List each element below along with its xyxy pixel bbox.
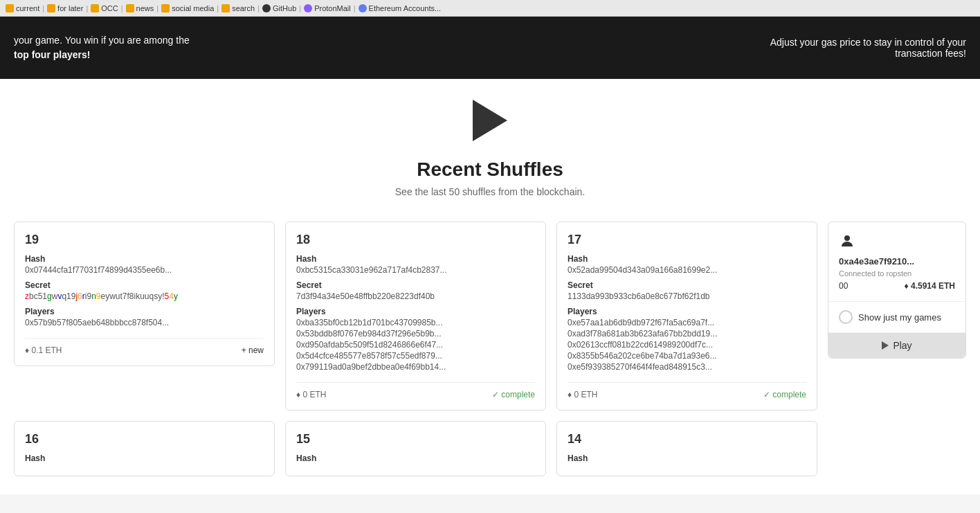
folder-icon (47, 4, 55, 12)
card-number: 18 (296, 233, 535, 247)
secret-value: 7d3f94a34e50e48ffbb220e8223df40b (296, 291, 535, 301)
players-label: Players (568, 307, 806, 316)
sidebar-spacer (828, 421, 966, 476)
status-badge: + new (242, 345, 264, 355)
hash-label: Hash (296, 453, 535, 463)
tab-protonmail[interactable]: ProtonMail (304, 4, 351, 12)
player-address: 0x5d4cfce485577e8578f57c55edf879... (296, 351, 535, 361)
sidebar-user-card: 0xa4e3ae7f9210... Connected to ropsten 0… (828, 222, 966, 359)
player-address: 0xe57aa1ab6db9db972f67fa5ac69a7f... (568, 318, 806, 327)
play-icon-large (473, 100, 507, 141)
card-number: 14 (568, 432, 806, 447)
folder-icon (126, 4, 134, 12)
toggle-label: Show just my games (858, 312, 941, 323)
tab-search[interactable]: search (221, 4, 255, 12)
page-title: Recent Shuffles (14, 159, 966, 181)
player-address: 0xe5f939385270f464f4fead848915c3... (568, 362, 806, 372)
eth-amount: ♦ 0.1 ETH (25, 345, 62, 355)
hash-value: 0x07444cfa1f77031f74899d4355ee6b... (25, 265, 264, 275)
player-address: 0xd950afdab5c509f51d8246866e6f47... (296, 340, 535, 350)
balance-row: 00 ♦ 4.5914 ETH (839, 281, 955, 291)
player-address: 0x57b9b57f805aeb648bbbcc878f504... (25, 318, 264, 327)
main-content: Recent Shuffles See the last 50 shuffles… (0, 79, 980, 494)
player-address: 0x02613ccff081b22cd614989200df7c... (568, 340, 806, 350)
hash-label: Hash (568, 453, 806, 463)
page-subtitle: See the last 50 shuffles from the blockc… (14, 186, 966, 197)
network-label: Connected to ropsten (839, 269, 955, 278)
status-badge: ✓ complete (492, 390, 535, 399)
players-list: 0xe57aa1ab6db9db972f67fa5ac69a7f... 0xad… (568, 318, 806, 372)
game-card-15: 15 Hash (285, 421, 546, 476)
hash-label: Hash (568, 254, 806, 264)
hash-label: Hash (25, 453, 264, 463)
banner-left: your game. You win if you are among the … (14, 33, 190, 62)
folder-icon (91, 4, 99, 12)
tab-github[interactable]: GitHub (262, 4, 296, 12)
secret-label: Secret (568, 280, 806, 290)
wallet-address: 0xa4e3ae7f9210... (839, 256, 955, 267)
tab-news[interactable]: news (126, 4, 154, 12)
folder-icon (221, 4, 230, 12)
game-card-17: 17 Hash 0x52ada99504d343a09a166a81699e2.… (556, 222, 817, 411)
tab-occ[interactable]: OCC (91, 4, 118, 12)
toggle-radio[interactable] (839, 310, 853, 324)
game-card-18: 18 Hash 0xbc5315ca33031e962a717af4cb2837… (285, 222, 546, 411)
cards-row-1: 19 Hash 0x07444cfa1f77031f74899d4355ee6b… (0, 211, 980, 421)
svg-point-0 (844, 235, 850, 241)
github-icon (262, 4, 271, 12)
folder-icon (6, 4, 14, 12)
players-list: 0x57b9b57f805aeb648bbbcc878f504... (25, 318, 264, 327)
secret-value: zbc51gwvq19j6ri9n9eywut7f8ikuuqsy!54y (25, 291, 264, 301)
show-my-games-toggle[interactable]: Show just my games (828, 302, 965, 333)
player-address: 0xad3f78a681ab3b623afa67bb2bdd19... (568, 329, 806, 339)
eth-amount: ♦ 0 ETH (296, 390, 326, 399)
eth-amount: ♦ 0 ETH (568, 390, 597, 399)
card-number: 17 (568, 233, 806, 247)
tab-social-media[interactable]: social media (161, 4, 214, 12)
tab-for-later[interactable]: for later (47, 4, 83, 12)
banner-right: Adjust your gas price to stay in control… (759, 37, 966, 59)
card-footer: ♦ 0 ETH ✓ complete (296, 382, 535, 399)
play-button[interactable]: Play (828, 333, 965, 358)
card-footer: ♦ 0 ETH ✓ complete (568, 382, 806, 399)
browser-tab-bar: current | for later | OCC | news | socia… (0, 0, 980, 17)
ethereum-icon (359, 4, 367, 12)
players-list: 0xba335bf0cb12b1d701bc43709985b... 0x53b… (296, 318, 535, 372)
eth-balance: ♦ 4.5914 ETH (905, 281, 956, 291)
hash-label: Hash (296, 254, 535, 264)
player-address: 0x53bddb8f0767eb984d37f296e5b9b... (296, 329, 535, 339)
cards-row-2: 16 Hash 15 Hash 14 Hash (0, 421, 980, 487)
hero-section: Recent Shuffles See the last 50 shuffles… (0, 79, 980, 211)
players-label: Players (25, 307, 264, 316)
hash-value: 0xbc5315ca33031e962a717af4cb2837... (296, 265, 535, 275)
card-number: 19 (25, 233, 264, 247)
game-card-19: 19 Hash 0x07444cfa1f77031f74899d4355ee6b… (14, 222, 275, 366)
status-badge: ✓ complete (763, 390, 806, 399)
play-button-icon (882, 341, 889, 350)
card-footer: ♦ 0.1 ETH + new (25, 338, 264, 355)
play-button-label: Play (893, 340, 911, 351)
game-card-14: 14 Hash (556, 421, 817, 476)
secret-value: 1133da993b933cb6a0e8c677bf62f1db (568, 291, 806, 301)
top-banner: your game. You win if you are among the … (0, 17, 980, 79)
tab-ethereum[interactable]: Ethereum Accounts... (359, 4, 442, 12)
game-card-16: 16 Hash (14, 421, 275, 476)
secret-label: Secret (25, 280, 264, 290)
player-address: 0xba335bf0cb12b1d701bc43709985b... (296, 318, 535, 327)
card-number: 16 (25, 432, 264, 447)
player-address: 0x8355b546a202ce6be74ba7d1a93e6... (568, 351, 806, 361)
user-avatar-icon (839, 233, 955, 253)
player-address: 0x799119ad0a9bef2dbbea0e4f69bb14... (296, 362, 535, 372)
game-count: 00 (839, 281, 848, 291)
hash-value: 0x52ada99504d343a09a166a81699e2... (568, 265, 806, 275)
hash-label: Hash (25, 254, 264, 264)
tab-current[interactable]: current (6, 4, 39, 12)
players-label: Players (296, 307, 535, 316)
protonmail-icon (304, 4, 312, 12)
card-number: 15 (296, 432, 535, 447)
secret-label: Secret (296, 280, 535, 290)
folder-icon (161, 4, 170, 12)
user-section: 0xa4e3ae7f9210... Connected to ropsten 0… (828, 222, 965, 302)
